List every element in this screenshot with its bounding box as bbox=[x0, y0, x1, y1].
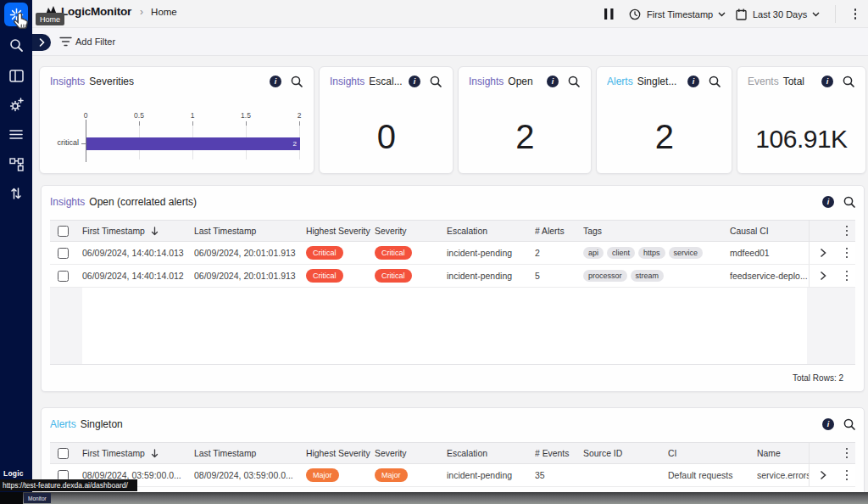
chevron-right-icon[interactable] bbox=[820, 470, 826, 480]
header-kebab-menu[interactable] bbox=[849, 0, 861, 28]
header-cell: Name bbox=[757, 449, 809, 458]
sort-desc-icon bbox=[151, 227, 159, 236]
cell-expand bbox=[809, 242, 837, 264]
sidebar-item-mapping[interactable] bbox=[6, 154, 26, 175]
range-select[interactable]: Last 30 Days bbox=[736, 0, 820, 28]
sidebar-item-list[interactable] bbox=[6, 124, 26, 144]
search-icon bbox=[9, 38, 24, 53]
category-tick bbox=[81, 143, 86, 144]
cell-expand bbox=[809, 464, 837, 486]
kebab-icon[interactable] bbox=[846, 248, 849, 259]
gear-plus-icon bbox=[8, 98, 24, 113]
search-icon[interactable] bbox=[568, 76, 580, 87]
cell-last: 08/09/2024, 03:59:00.0... bbox=[194, 470, 306, 480]
kebab-icon[interactable] bbox=[846, 226, 849, 237]
card3-title-prefix: Alerts bbox=[607, 76, 633, 87]
header-cell: Highest Severity bbox=[306, 449, 375, 458]
kpi-card-insights-severities: InsightsSeveritiesi00.511.52critical2 bbox=[39, 66, 314, 174]
filter-bar: Add Filter bbox=[32, 28, 868, 56]
kebab-icon[interactable] bbox=[846, 470, 849, 481]
table-row[interactable]: 06/09/2024, 14:40:14.01306/09/2024, 20:0… bbox=[50, 242, 855, 265]
chevron-down-icon bbox=[718, 12, 726, 17]
severity-badge: Critical bbox=[306, 269, 343, 283]
sidebar-item-search[interactable] bbox=[6, 35, 26, 55]
home-tooltip: Home bbox=[36, 13, 64, 25]
table-header-row: First TimestampLast TimestampHighest Sev… bbox=[50, 220, 855, 242]
card3-title-text: Singlet... bbox=[637, 76, 677, 87]
severity-bar[interactable]: 2 bbox=[86, 137, 300, 150]
x-tick-label: 1 bbox=[191, 111, 195, 120]
card4-header: EventsTotali bbox=[737, 67, 865, 87]
row-checkbox[interactable] bbox=[58, 248, 69, 259]
chevron-right-icon[interactable] bbox=[820, 271, 826, 281]
cell-name: service.errors bbox=[757, 470, 809, 480]
kpi-value: 2 bbox=[459, 120, 591, 154]
sidebar-item-dashboards[interactable] bbox=[6, 65, 26, 86]
search-icon[interactable] bbox=[843, 196, 855, 208]
insights-open-title-prefix: Insights bbox=[50, 196, 85, 208]
sidebar-item-transfer[interactable] bbox=[6, 183, 26, 204]
filter-icon bbox=[59, 36, 72, 47]
insights-open-table: First TimestampLast TimestampHighest Sev… bbox=[50, 220, 855, 391]
arrows-up-down-icon bbox=[10, 187, 22, 200]
row-checkbox[interactable] bbox=[58, 271, 69, 282]
select-all-checkbox[interactable] bbox=[58, 226, 69, 237]
severity-badge: Major bbox=[375, 468, 408, 482]
search-icon[interactable] bbox=[843, 76, 854, 87]
search-icon[interactable] bbox=[430, 76, 442, 87]
kebab-icon[interactable] bbox=[846, 448, 849, 459]
header-cell: # Events bbox=[535, 449, 583, 458]
kpi-card-insights-escal-: InsightsEscal...i0 bbox=[319, 66, 453, 174]
info-icon[interactable]: i bbox=[822, 196, 834, 208]
x-tick-label: 0.5 bbox=[134, 111, 144, 120]
card3-title: AlertsSinglet... bbox=[607, 76, 676, 87]
severity-badge: Critical bbox=[375, 269, 412, 283]
info-icon[interactable]: i bbox=[822, 418, 834, 430]
sidebar-item-settings[interactable] bbox=[6, 95, 26, 115]
card4-title: EventsTotal bbox=[748, 76, 804, 87]
card1-title-text: Escal... bbox=[369, 76, 402, 87]
chevron-right-icon bbox=[39, 38, 45, 47]
kpi-card-alerts-singlet-: AlertsSinglet...i2 bbox=[596, 66, 732, 174]
alerts-singleton-title: AlertsSingleton bbox=[50, 418, 123, 430]
sort-select[interactable]: First Timestamp bbox=[629, 0, 726, 28]
calendar-icon bbox=[736, 8, 747, 20]
cell-highest: Critical bbox=[306, 269, 375, 283]
cell-tags: processorstream bbox=[583, 270, 730, 282]
kpi-value: 2 bbox=[597, 120, 732, 154]
chevron-right-icon[interactable] bbox=[820, 248, 826, 258]
header-cell-checkbox bbox=[50, 448, 82, 459]
category-label: critical bbox=[57, 138, 79, 147]
sitemap-icon bbox=[9, 158, 24, 171]
header-cell-expand bbox=[809, 221, 837, 241]
card3-icons: i bbox=[681, 76, 721, 87]
search-icon[interactable] bbox=[843, 418, 855, 430]
sort-select-label: First Timestamp bbox=[647, 9, 713, 20]
table-row[interactable]: 06/09/2024, 14:40:14.01206/09/2024, 20:0… bbox=[50, 265, 855, 288]
card3-header: AlertsSinglet...i bbox=[597, 67, 732, 87]
info-icon[interactable]: i bbox=[547, 76, 559, 87]
pause-button[interactable] bbox=[604, 0, 614, 28]
range-select-label: Last 30 Days bbox=[753, 9, 807, 20]
info-icon[interactable]: i bbox=[409, 76, 420, 87]
search-icon[interactable] bbox=[709, 76, 721, 87]
table-row[interactable]: 08/09/2024, 03:59:00.0...08/09/2024, 03:… bbox=[50, 464, 855, 487]
alerts-singleton-section: AlertsSingletoniFirst TimestampLast Time… bbox=[41, 407, 865, 504]
cell-highest: Critical bbox=[306, 246, 375, 260]
breadcrumb-home[interactable]: Home bbox=[151, 7, 177, 17]
add-filter-button[interactable]: Add Filter bbox=[75, 36, 115, 47]
cell-ci: feedservice-deplo... bbox=[730, 271, 809, 281]
header-cell: Escalation bbox=[447, 227, 535, 236]
info-icon[interactable]: i bbox=[821, 76, 833, 87]
list-icon bbox=[9, 129, 23, 140]
select-all-checkbox[interactable] bbox=[58, 448, 69, 459]
header-cell-checkbox bbox=[50, 226, 82, 237]
kpi-value: 0 bbox=[320, 120, 453, 154]
info-icon[interactable]: i bbox=[687, 76, 699, 87]
taskbar-dark-block bbox=[0, 492, 23, 504]
kpi-value: 106.91K bbox=[737, 126, 865, 152]
cell-count: 5 bbox=[535, 271, 583, 281]
tag-chip: https bbox=[638, 247, 665, 259]
kebab-icon[interactable] bbox=[846, 271, 849, 282]
collapse-pill-button[interactable] bbox=[32, 34, 51, 51]
